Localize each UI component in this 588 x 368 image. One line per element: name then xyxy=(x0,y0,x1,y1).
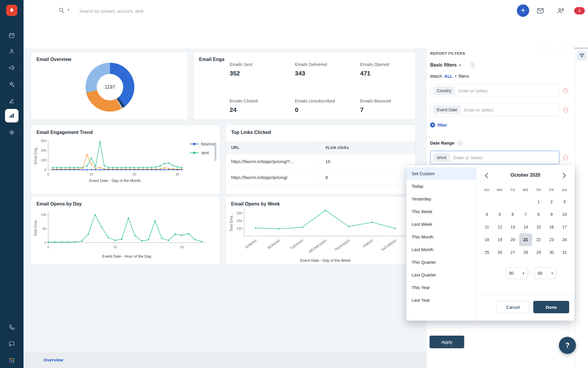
submenu-dots-icon: ⋮ xyxy=(18,66,21,69)
remove-filter-icon[interactable] xyxy=(563,88,568,93)
calendar-day[interactable]: 7 xyxy=(519,208,532,221)
card-title: Email Opens by Day xyxy=(36,201,82,207)
date-range-option[interactable]: Last Quarter xyxy=(406,268,476,281)
calendar-day[interactable]: 10 xyxy=(558,208,571,221)
calendar-day[interactable]: 27 xyxy=(506,246,519,259)
remove-filter-icon[interactable] xyxy=(563,155,568,160)
date-range-option[interactable]: This Year xyxy=(406,281,476,294)
help-button[interactable]: ? xyxy=(559,337,576,354)
search-icon[interactable] xyxy=(58,7,65,15)
calendar-day[interactable]: 9 xyxy=(545,208,558,221)
calendar-day[interactable]: 14 xyxy=(519,221,532,233)
tab-overview[interactable]: Overview xyxy=(44,357,63,362)
apply-button[interactable]: Apply xyxy=(430,336,464,348)
date-range-option[interactable]: Last Year xyxy=(406,294,476,306)
calendar-day[interactable]: 28 xyxy=(519,246,532,259)
sidebar-item-campaigns[interactable]: ⋮ xyxy=(0,61,24,75)
legend-scrollbar[interactable] xyxy=(215,142,216,161)
cell-url[interactable]: https://fwcrm.in/toppr/pricing/ xyxy=(226,169,320,185)
stat-label: Emails Unsubscribed xyxy=(295,99,335,103)
hour-select[interactable]: 00▾ xyxy=(506,267,527,279)
cancel-button[interactable]: Cancel xyxy=(496,301,529,313)
sidebar-item-notes[interactable] xyxy=(0,94,24,108)
date-range-option[interactable]: This Quarter xyxy=(406,256,476,268)
table-row[interactable]: https://fwcrm.in/toppr/pricing/ 8 xyxy=(226,169,415,185)
calendar-day[interactable]: 22 xyxy=(532,233,545,246)
calendar-day[interactable]: 8 xyxy=(532,208,545,221)
calendar-day[interactable]: 30 xyxy=(545,246,558,259)
calendar-day[interactable]: 29 xyxy=(532,246,545,259)
date-range-option[interactable]: Today xyxy=(406,180,476,193)
cell-url[interactable]: https://fwcrm.in/toppr/pricing/?... xyxy=(226,153,320,169)
calendar-day[interactable]: 20 xyxy=(506,233,519,246)
svg-text:0: 0 xyxy=(44,241,46,244)
info-icon[interactable]: i xyxy=(470,63,475,67)
calendar-day[interactable]: 16 xyxy=(545,221,558,233)
calendar-day[interactable]: 12 xyxy=(493,221,506,233)
card-title: Email Overview xyxy=(36,57,71,62)
filter-chip[interactable]: Country xyxy=(433,86,455,95)
calendar-day[interactable]: 18 xyxy=(480,233,493,246)
calendar-day[interactable]: 23 xyxy=(545,233,558,246)
sidebar-item-apps-switcher[interactable] xyxy=(0,353,24,367)
add-filter-button[interactable]: + filter xyxy=(430,122,447,127)
calendar-day[interactable]: 2 xyxy=(545,195,558,208)
minute-select[interactable]: 00▾ xyxy=(534,267,556,279)
calendar-day[interactable]: 13 xyxy=(506,221,519,233)
calendar-day[interactable]: 26 xyxy=(493,246,506,259)
date-range-option[interactable]: Last Month xyxy=(406,243,476,256)
sidebar-item-analytics[interactable] xyxy=(0,109,24,123)
calendar-day[interactable]: 11 xyxy=(480,221,493,233)
calendar-day[interactable]: 17 xyxy=(558,221,571,233)
date-range-option[interactable]: This Month xyxy=(406,231,476,243)
email-icon[interactable] xyxy=(536,6,544,16)
svg-text:20: 20 xyxy=(133,173,136,176)
notification-badge[interactable]: 1 xyxy=(574,7,585,14)
calendar-day[interactable]: 19 xyxy=(493,233,506,246)
calendar-day[interactable]: 31 xyxy=(558,246,571,259)
calendar-day[interactable]: 4 xyxy=(480,208,493,221)
sidebar-item-settings[interactable]: ⋮ xyxy=(0,125,24,140)
date-range-input[interactable] xyxy=(453,155,556,160)
legend-item-bounce[interactable]: bounce xyxy=(190,142,215,146)
calendar-day[interactable]: 24 xyxy=(558,233,571,246)
date-range-option[interactable]: Yesterday xyxy=(406,193,476,205)
chevron-down-icon[interactable]: ▾ xyxy=(455,74,457,78)
basic-filters-toggle[interactable]: Basic filters xyxy=(430,62,457,68)
calendar-day[interactable]: 15 xyxy=(532,221,545,233)
since-chip[interactable]: since xyxy=(433,153,450,162)
calendar-day[interactable]: 25 xyxy=(480,246,493,259)
announcements-icon[interactable] xyxy=(556,6,564,16)
svg-text:100: 100 xyxy=(41,158,46,162)
chevron-down-icon[interactable]: ▾ xyxy=(459,63,461,67)
match-all-dropdown[interactable]: ALL xyxy=(444,74,453,79)
calendar-day[interactable]: 6 xyxy=(506,208,519,221)
info-icon[interactable]: i xyxy=(457,141,462,145)
sidebar-item-calendar[interactable] xyxy=(0,28,24,42)
filter-value-input[interactable] xyxy=(458,88,556,94)
calendar-day[interactable]: 5 xyxy=(493,208,506,221)
stat-label: Emails Sent xyxy=(230,62,252,67)
filter-chip[interactable]: Event Date xyxy=(433,105,461,114)
legend-item-sent[interactable]: sent xyxy=(190,150,209,155)
app-logo[interactable] xyxy=(6,5,17,16)
sidebar-item-phone[interactable] xyxy=(0,320,24,334)
search-input[interactable] xyxy=(79,6,245,16)
table-row[interactable]: https://fwcrm.in/toppr/pricing/?... 16 xyxy=(226,153,415,170)
sidebar-item-contacts[interactable]: ⋮ xyxy=(0,44,24,58)
done-button[interactable]: Done xyxy=(533,301,569,313)
filters-rail-button[interactable] xyxy=(577,51,587,61)
filter-value-input[interactable] xyxy=(464,107,556,113)
calendar-day[interactable]: 21 xyxy=(519,233,532,246)
search-scope-caret-icon[interactable]: ▾ xyxy=(68,8,69,12)
date-range-option[interactable]: Last Week xyxy=(406,218,476,231)
quick-add-button[interactable]: + xyxy=(517,4,529,17)
calendar-day[interactable]: 3 xyxy=(558,195,571,208)
sidebar-item-chat[interactable] xyxy=(0,337,24,351)
card-title: Email Enga xyxy=(199,57,224,62)
sidebar-item-automation[interactable]: ⋮ xyxy=(0,77,24,91)
date-range-option[interactable]: Set Custom xyxy=(406,167,476,180)
date-range-option[interactable]: This Week xyxy=(406,205,476,218)
remove-filter-icon[interactable] xyxy=(563,107,568,112)
calendar-day[interactable]: 1 xyxy=(532,195,545,208)
